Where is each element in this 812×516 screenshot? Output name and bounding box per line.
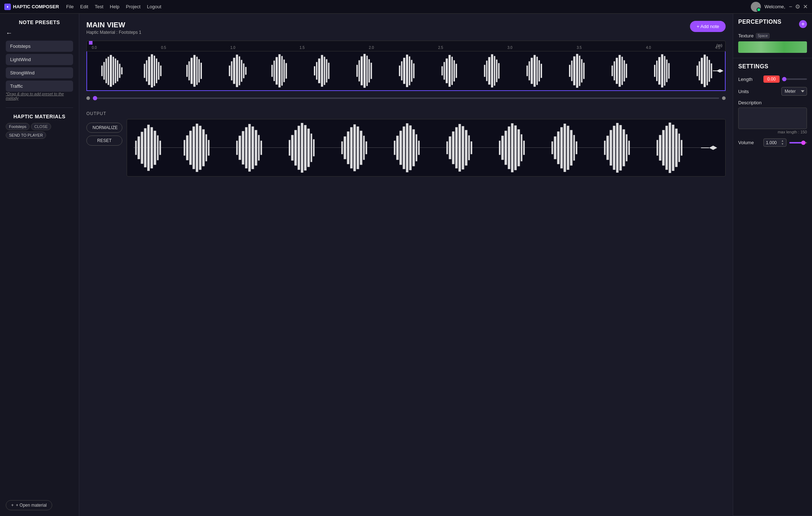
svg-rect-79 — [536, 57, 538, 85]
volume-down-arrow[interactable]: ▼ — [781, 143, 784, 146]
svg-rect-92 — [619, 55, 621, 87]
main-waveform[interactable] — [86, 51, 726, 91]
nav-test[interactable]: Test — [95, 4, 103, 9]
volume-row: Volume ▲ ▼ — [738, 138, 807, 147]
note-presets-title: NOTE PRESETS — [6, 19, 73, 25]
top-nav: ♦ HAPTIC COMPOSER File Edit Test Help Pr… — [0, 0, 812, 14]
length-slider-thumb[interactable] — [782, 77, 786, 81]
close-material-tag[interactable]: CLOSE — [31, 123, 51, 130]
preset-traffic[interactable]: Traffic — [6, 81, 73, 92]
add-note-button[interactable]: + Add note — [690, 21, 726, 32]
preset-lightwind[interactable]: LightWind — [6, 54, 73, 65]
nav-file[interactable]: File — [66, 4, 74, 9]
svg-rect-16 — [158, 62, 159, 79]
playhead[interactable] — [89, 41, 93, 45]
preset-list: Footsteps LightWind StrongWind Traffic — [6, 41, 73, 92]
svg-rect-22 — [196, 57, 198, 85]
mark-20: 2.0 — [369, 46, 374, 50]
timeline-scroll-input[interactable] — [93, 97, 719, 99]
svg-rect-51 — [366, 56, 368, 86]
close-icon[interactable]: ✕ — [803, 3, 808, 10]
length-input[interactable] — [763, 76, 780, 83]
svg-rect-87 — [581, 59, 582, 83]
mark-40: 4.0 — [646, 46, 651, 50]
svg-rect-58 — [409, 56, 410, 86]
texture-bar-fill — [738, 41, 807, 53]
svg-rect-5 — [113, 57, 114, 85]
volume-up-arrow[interactable]: ▲ — [781, 140, 784, 142]
svg-rect-41 — [316, 62, 317, 79]
svg-rect-107 — [707, 56, 708, 86]
texture-bar[interactable] — [738, 41, 807, 53]
main-layout: NOTE PRESETS ← Footsteps LightWind Stron… — [0, 14, 812, 516]
svg-rect-99 — [661, 54, 663, 87]
description-textarea[interactable] — [738, 108, 807, 129]
svg-rect-7 — [117, 60, 118, 82]
minus-icon[interactable]: − — [789, 4, 792, 10]
perceptions-add-button[interactable]: + — [799, 20, 807, 28]
output-area: NORMALIZE RESET — [86, 119, 726, 177]
svg-rect-29 — [239, 56, 240, 86]
settings-icon[interactable]: ⚙ — [795, 3, 800, 10]
back-arrow[interactable]: ← — [6, 29, 73, 37]
send-to-player-tag[interactable]: SEND TO PLAYER — [6, 132, 46, 139]
svg-rect-105 — [701, 58, 703, 84]
nav-logout[interactable]: Logout — [147, 4, 161, 9]
length-row: Length — [738, 76, 807, 83]
volume-input-wrap: ▲ ▼ — [763, 138, 786, 147]
open-material-button[interactable]: + + Open material — [6, 500, 52, 510]
svg-rect-68 — [484, 65, 486, 77]
svg-rect-96 — [654, 65, 655, 77]
svg-rect-9 — [121, 67, 123, 74]
svg-rect-32 — [245, 67, 247, 75]
volume-slider-thumb[interactable] — [801, 141, 806, 145]
nav-project[interactable]: Project — [126, 4, 140, 9]
svg-rect-72 — [494, 56, 495, 86]
svg-rect-71 — [491, 54, 493, 87]
length-label: Length — [738, 77, 763, 82]
svg-rect-103 — [696, 65, 698, 76]
scroll-right-dot — [722, 96, 726, 100]
volume-slider-track[interactable] — [789, 142, 807, 143]
svg-rect-42 — [318, 59, 320, 83]
svg-rect-31 — [243, 63, 244, 78]
material-name-tag[interactable]: Footsteps — [6, 123, 30, 130]
svg-rect-85 — [576, 54, 578, 88]
svg-rect-91 — [616, 58, 618, 84]
svg-rect-33 — [271, 65, 273, 77]
nav-help[interactable]: Help — [110, 4, 119, 9]
svg-rect-23 — [198, 59, 200, 83]
svg-rect-50 — [364, 54, 366, 88]
svg-rect-52 — [369, 59, 370, 83]
svg-rect-38 — [283, 60, 285, 82]
mark-25: 2.5 — [438, 46, 443, 50]
main-view-titles: MAIN VIEW Haptic Material : Footsteps 1 — [86, 21, 141, 35]
timeline-unit: (m) — [717, 43, 723, 47]
length-slider-track[interactable] — [782, 78, 807, 80]
svg-rect-82 — [569, 65, 570, 77]
svg-marker-213 — [709, 148, 717, 150]
svg-rect-1 — [103, 62, 105, 79]
svg-rect-12 — [148, 57, 150, 85]
mark-35: 3.5 — [577, 46, 582, 50]
app-brand: ♦ HAPTIC COMPOSER — [4, 4, 59, 10]
normalize-button[interactable]: NORMALIZE — [86, 123, 122, 133]
svg-rect-108 — [709, 60, 710, 82]
svg-rect-55 — [401, 61, 402, 80]
volume-input[interactable] — [766, 140, 780, 145]
timeline-ruler: 0.0 0.5 1.0 1.5 2.0 2.5 3.0 3.5 4.0 4.5 … — [86, 41, 726, 51]
main-view-subtitle: Haptic Material : Footsteps 1 — [86, 30, 141, 35]
nav-edit[interactable]: Edit — [80, 4, 88, 9]
preset-footsteps[interactable]: Footsteps — [6, 41, 73, 52]
volume-spin[interactable]: ▲ ▼ — [781, 140, 784, 146]
units-select[interactable]: Meter Second Foot — [781, 87, 807, 96]
left-sidebar: NOTE PRESETS ← Footsteps LightWind Stron… — [0, 14, 79, 516]
timeline-container: 0.0 0.5 1.0 1.5 2.0 2.5 3.0 3.5 4.0 4.5 … — [86, 41, 726, 94]
reset-button[interactable]: RESET — [86, 136, 122, 146]
preset-strongwind[interactable]: StrongWind — [6, 67, 73, 78]
svg-rect-89 — [612, 65, 613, 76]
svg-rect-36 — [279, 54, 281, 87]
svg-rect-95 — [626, 64, 627, 78]
center-content: MAIN VIEW Haptic Material : Footsteps 1 … — [79, 14, 733, 516]
svg-rect-215 — [134, 147, 703, 148]
